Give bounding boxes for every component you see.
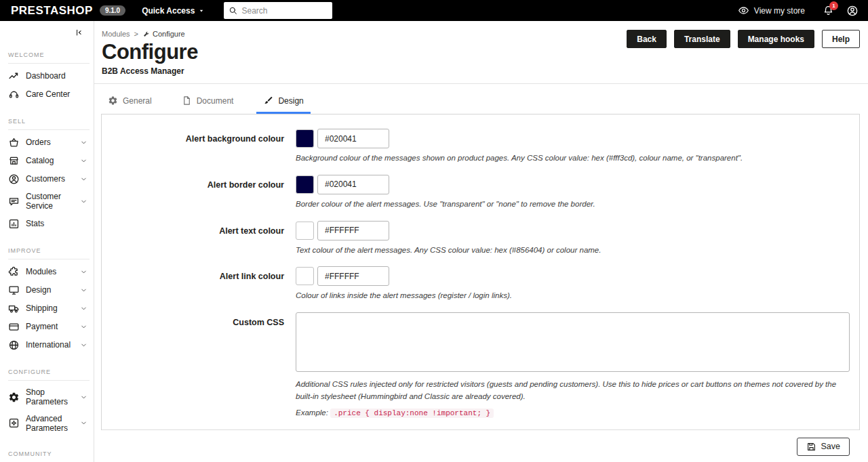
field-example-line: Example: .price { display:none !importan… (296, 407, 850, 419)
document-icon (182, 96, 192, 106)
tab-label: Document (197, 96, 234, 106)
tab-document[interactable]: Document (175, 92, 241, 114)
headset-icon (8, 89, 20, 100)
color-swatch[interactable] (296, 129, 314, 148)
tab-label: Design (278, 96, 303, 106)
chevron-down-icon (80, 198, 87, 205)
tab-general[interactable]: General (101, 92, 159, 114)
field-label: Custom CSS (102, 312, 296, 419)
translate-button[interactable]: Translate (674, 30, 730, 48)
field-label: Alert text colour (102, 221, 296, 257)
view-my-store-link[interactable]: View my store (738, 5, 805, 16)
alert-text-colour-input[interactable] (317, 221, 389, 240)
save-button[interactable]: Save (797, 438, 850, 456)
notifications-button[interactable]: 1 (823, 5, 834, 16)
sidebar-item-modules[interactable]: Modules (0, 263, 94, 281)
sidebar-item-label: Modules (26, 267, 74, 276)
chevron-down-icon (80, 305, 87, 312)
breadcrumb-separator: > (134, 30, 138, 38)
trending-up-icon (8, 70, 20, 82)
color-swatch[interactable] (296, 175, 314, 194)
chevron-down-icon (80, 341, 87, 349)
sidebar-item-catalog[interactable]: Catalog (0, 152, 94, 170)
version-badge: 9.1.0 (100, 5, 125, 16)
sidebar-item-label: Shop Parameters (26, 387, 74, 407)
field-alert-border-colour: Alert border colour Border colour of the… (102, 175, 859, 211)
sidebar-item-orders[interactable]: Orders (0, 133, 94, 152)
brush-icon (263, 96, 273, 106)
sidebar-item-shop-parameters[interactable]: Shop Parameters (0, 384, 94, 411)
truck-icon (8, 303, 20, 314)
global-search[interactable] (224, 2, 332, 19)
sidebar-collapse-button[interactable] (74, 28, 83, 37)
tab-design[interactable]: Design (256, 92, 310, 114)
field-help-text: Background colour of the messages shown … (296, 152, 850, 165)
sidebar-item-customer-service[interactable]: Customer Service (0, 188, 94, 215)
search-input[interactable] (241, 6, 328, 16)
notification-count-badge: 1 (829, 1, 838, 10)
sidebar-section-configure: CONFIGURE (8, 369, 90, 381)
globe-icon (8, 339, 20, 351)
field-help-text: Colour of links inside the alert message… (296, 290, 850, 302)
quick-access-menu[interactable]: Quick Access (142, 6, 205, 16)
sidebar-item-label: International (26, 340, 74, 350)
collapse-sidebar-icon (74, 28, 83, 37)
quick-access-label: Quick Access (142, 6, 195, 16)
sidebar-item-international[interactable]: International (0, 336, 94, 354)
field-custom-css: Custom CSS Additional CSS rules injected… (102, 312, 859, 419)
customers-icon (8, 173, 20, 185)
back-button[interactable]: Back (627, 30, 667, 48)
sidebar-item-customers[interactable]: Customers (0, 170, 94, 188)
sidebar-item-label: Orders (26, 138, 74, 147)
gear-icon (108, 96, 118, 106)
sidebar-item-shipping[interactable]: Shipping (0, 299, 94, 318)
sidebar-item-dashboard[interactable]: Dashboard (0, 67, 94, 85)
search-icon (229, 5, 237, 16)
sidebar-item-label: Dashboard (26, 71, 87, 81)
manage-hooks-button[interactable]: Manage hooks (738, 30, 814, 48)
breadcrumb-modules-link[interactable]: Modules (102, 30, 130, 38)
breadcrumb-current-label: Configure (153, 30, 185, 38)
puzzle-icon (8, 266, 20, 278)
account-menu-button[interactable] (846, 5, 859, 17)
field-alert-text-colour: Alert text colour Text colour of the ale… (102, 221, 859, 257)
alert-border-colour-input[interactable] (317, 175, 389, 194)
sidebar-item-advanced-parameters[interactable]: Advanced Parameters (0, 411, 94, 437)
sidebar-item-payment[interactable]: Payment (0, 318, 94, 336)
sidebar: WELCOME Dashboard Care Center SELL Order… (0, 21, 94, 462)
chevron-down-icon (80, 287, 87, 294)
caret-down-icon (198, 7, 205, 14)
sidebar-item-care-center[interactable]: Care Center (0, 85, 94, 104)
eye-icon (738, 5, 749, 16)
breadcrumb-current: Configure (142, 30, 185, 38)
chevron-down-icon (80, 157, 87, 165)
toolbar: Back Translate Manage hooks Help (627, 30, 860, 48)
panel-footer: Save (102, 429, 859, 462)
field-label: Alert border colour (102, 175, 296, 211)
basket-icon (8, 137, 20, 148)
main-content: Modules > Configure Configure B2B Access… (94, 21, 868, 462)
help-button[interactable]: Help (822, 30, 860, 48)
sidebar-item-design[interactable]: Design (0, 281, 94, 299)
sidebar-item-stats[interactable]: Stats (0, 215, 94, 233)
prestashop-logo[interactable]: PRESTASHOP (11, 4, 93, 18)
alert-link-colour-input[interactable] (317, 266, 389, 286)
sidebar-item-label: Care Center (26, 89, 87, 99)
custom-css-textarea[interactable] (296, 312, 850, 372)
color-swatch[interactable] (296, 222, 314, 240)
chevron-down-icon (80, 268, 87, 276)
account-icon (846, 5, 859, 17)
sidebar-item-label: Customers (26, 174, 74, 184)
field-alert-link-colour: Alert link colour Colour of links inside… (102, 266, 859, 302)
sidebar-section-community: COMMUNITY (8, 450, 90, 462)
alert-background-colour-input[interactable] (317, 129, 389, 148)
save-button-label: Save (821, 442, 841, 451)
field-help-text: Text colour of the alert messages. Any C… (296, 245, 850, 257)
chevron-down-icon (80, 419, 87, 427)
sidebar-section-welcome: WELCOME (8, 51, 90, 64)
color-swatch[interactable] (296, 267, 314, 285)
page-title: Configure (102, 40, 198, 64)
floppy-disk-icon (806, 442, 816, 452)
page-subtitle: B2B Access Manager (102, 66, 198, 83)
sidebar-item-label: Advanced Parameters (26, 414, 74, 434)
